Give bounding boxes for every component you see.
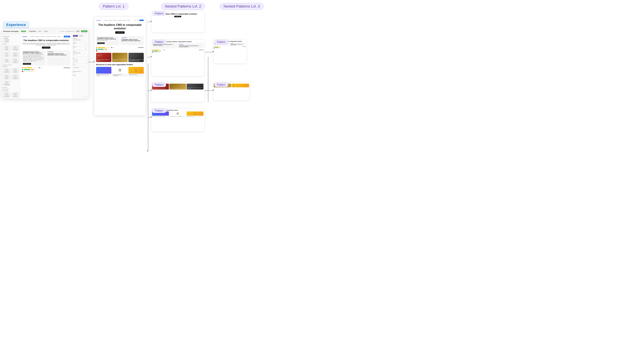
card2-logo: contentful	[48, 51, 69, 52]
lvl1-res1-label: Marketer's guide to composable content	[96, 74, 111, 77]
lvl2-pattern-2: The headless CMS to composable evolution…	[151, 39, 204, 76]
arrow-head-p1	[151, 20, 152, 22]
editor-right-panel: Design Content Alignment ≡ ≡ ≡ Padding	[72, 34, 89, 99]
lvl1-res-2: Contentful customers on composability	[112, 67, 128, 77]
level-2-label: Nested Patterns Lvl. 2	[161, 3, 205, 10]
carousels-pattern-item[interactable]: Carousels +	[3, 98, 11, 99]
button-item[interactable]: Button	[3, 45, 11, 51]
arrow-head-lvl3-p2	[213, 89, 214, 91]
canvas-nav: contentful ProductsSolutionsResourcesDev…	[22, 36, 70, 37]
carousel-row-3	[22, 71, 70, 72]
text-item[interactable]: Aa Aa Text	[3, 58, 11, 64]
align-center-btn[interactable]: ≡	[76, 39, 78, 41]
sidebar-container-item[interactable]: Container	[3, 39, 19, 41]
tab-layers[interactable]: Layers	[37, 30, 42, 32]
lvl2-pattern-2-label: Pattern	[152, 40, 166, 44]
lvl1-card1-cta[interactable]: Download guide	[97, 42, 105, 44]
save-button[interactable]: Save	[76, 30, 80, 32]
publish-button[interactable]: Publish	[81, 30, 88, 32]
lvl1-img3-label: Modernizing BMW's real digital experienc…	[129, 59, 144, 61]
actions-row: ⊞ Actions ▾	[3, 66, 19, 67]
lvl1-bar-right	[138, 47, 144, 48]
gallery-item[interactable]: Gallery	[3, 74, 11, 80]
sidebar-section-item[interactable]: Section	[3, 37, 19, 39]
layout-section: Layout → ⌅ Wrap Gap	[73, 51, 88, 56]
content-tab[interactable]: Content	[78, 35, 84, 37]
direction-btn[interactable]: →	[73, 52, 75, 54]
contentful-logo: contentful	[22, 36, 27, 37]
social-button-item[interactable]: Social button	[3, 80, 11, 86]
width-input[interactable]	[76, 61, 88, 63]
max-width-input[interactable]	[76, 63, 88, 65]
component-item[interactable]: Component	[3, 68, 11, 73]
corner-input[interactable]	[73, 68, 88, 70]
canvas-hero-cta[interactable]: Contact sales	[42, 47, 50, 49]
breakpoints-row	[72, 96, 88, 98]
lvl1-img-kfc: KFC KFC Suite Page digital experience wi…	[96, 53, 111, 62]
height-input[interactable]	[76, 59, 88, 61]
breakpoint-mobile[interactable]	[87, 96, 88, 98]
rich-text-item[interactable]: Rich text	[12, 52, 20, 57]
tap-bar-item[interactable]: Tap bar	[12, 98, 20, 99]
image-item[interactable]: Image	[3, 52, 11, 57]
tab-components[interactable]: Components	[28, 30, 37, 32]
arrow-head-p3	[151, 89, 152, 91]
lvl1-img-woman: Audible quote fahnen imaginative with Co…	[112, 53, 128, 62]
popover-item[interactable]: Popover	[12, 68, 20, 73]
align-left-btn[interactable]: ≡	[73, 39, 75, 41]
lvl1-cta[interactable]: Contact sales	[115, 31, 124, 34]
lvl2-p3-img3-label: Modernizing BMW's real digital experienc…	[187, 87, 204, 89]
arrow-head-lvl3-p1	[213, 51, 214, 52]
sidebar-columns-item[interactable]: Columns	[3, 41, 19, 43]
lvl1-img-car: Modernizing BMW's real digital experienc…	[128, 53, 144, 62]
canvas-card-2: contentful Composable content: The next …	[46, 50, 70, 66]
lvl2-dot-red	[152, 52, 153, 53]
lvl2-bar-light	[153, 52, 161, 53]
canvas-get-started[interactable]: Get started	[64, 36, 70, 37]
lvl3-bar-gray	[219, 46, 222, 47]
structure-section-title: Structure	[3, 36, 19, 37]
patterns-grid: Hero banner Accordion Carousels + Tap ba…	[3, 92, 19, 99]
lvl3-p1-carousel-3	[213, 48, 246, 49]
lvl1-carousel-row-1	[96, 47, 144, 48]
breakpoint-desktop[interactable]	[83, 96, 85, 98]
divider-3	[73, 57, 88, 57]
bg-color-swatch[interactable]	[73, 72, 75, 74]
align-right-btn[interactable]: ≡	[78, 39, 81, 41]
all-sizes-select[interactable]: All sizes ▾	[60, 31, 64, 32]
padding-input-2[interactable]	[85, 44, 89, 45]
lvl1-mini-nav: contentful ProductsSolutionsResourcesDev…	[96, 19, 144, 21]
lvl1-card-1: Composable content: The next generation …	[96, 36, 120, 45]
lvl1-dot-red	[96, 50, 97, 51]
canvas-hero-title: The headless CMS to composable evolution	[22, 39, 70, 42]
lvl1-card2-logo: contentful	[122, 37, 142, 38]
editor-panel: Plantshop Homepage Published Components …	[2, 28, 89, 99]
carousel-bar-yellow	[24, 67, 32, 68]
wrap-btn[interactable]: ⌅	[76, 52, 78, 54]
carousel-item[interactable]: Carousel	[12, 58, 20, 64]
arrow-head-1	[94, 61, 95, 62]
language-select[interactable]: English (American) ▾	[66, 31, 74, 32]
lvl2-p1-cta[interactable]: Contact sales	[174, 16, 181, 17]
lvl2-p4-res1-label: Marketer's guide to composable content	[152, 116, 169, 117]
lvl2-bar-yellow	[153, 50, 159, 50]
margin-input-2[interactable]	[85, 48, 89, 49]
tab-settings[interactable]: Settings	[43, 30, 49, 32]
kfc-text: KFC	[98, 54, 102, 57]
gap-input[interactable]	[75, 54, 88, 56]
arrow-vert-bottom	[148, 131, 148, 151]
design-tab[interactable]: Design	[73, 35, 78, 37]
canvas-card-section: Composable content: The next generation …	[22, 50, 70, 66]
icon-button-item[interactable]: Icon button	[12, 74, 20, 80]
margin-input[interactable]	[73, 48, 85, 49]
editor-toolbar: Plantshop Homepage Published Components …	[2, 29, 89, 34]
editor-sidebar: Structure Section Container Columns Basi…	[2, 34, 20, 99]
card1-cta[interactable]: Download guide	[23, 63, 31, 65]
lvl3-bar-yellow	[215, 46, 219, 47]
breakpoint-tablet[interactable]	[85, 96, 86, 98]
lvl2-dot-green	[152, 51, 153, 51]
canvas-nav-links: ProductsSolutionsResourcesDevelopersPart…	[30, 36, 60, 37]
padding-input[interactable]	[73, 44, 85, 45]
lvl3-pattern-1-label: Pattern	[214, 40, 228, 44]
heading-item[interactable]: H1 Heading	[12, 45, 20, 51]
